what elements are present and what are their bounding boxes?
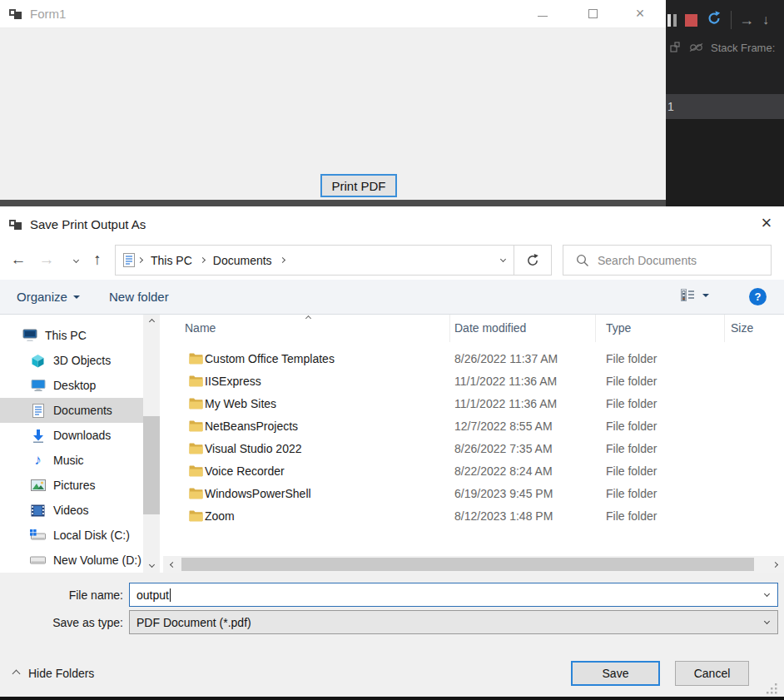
print-pdf-button[interactable]: Print PDF [320,174,397,197]
file-row[interactable]: WindowsPowerShell 6/19/2023 9:45 PM File… [163,483,784,505]
file-name-value: output [136,588,169,602]
local-disk-icon [30,528,46,543]
refresh-button[interactable] [514,245,552,276]
file-name-dropdown-icon[interactable] [764,591,770,597]
hide-folders-button[interactable]: Hide Folders [13,664,94,683]
file-type: File folder [606,487,657,500]
scrollbar-thumb[interactable] [181,558,754,571]
file-name: My Web Sites [205,397,276,410]
folder-icon [189,443,203,458]
close-icon: × [636,5,645,22]
folder-icon [189,420,203,435]
new-folder-label: New folder [109,290,169,304]
help-button[interactable]: ? [749,288,767,305]
column-header-size[interactable]: Size [731,321,753,335]
file-row[interactable]: Custom Office Templates 8/26/2022 11:37 … [163,348,784,370]
back-button[interactable]: ← [7,249,29,271]
search-input[interactable] [598,254,771,267]
sidebar-item-downloads[interactable]: Downloads [0,423,143,448]
breadcrumb-chevron-icon [200,257,206,263]
scroll-down-button[interactable] [143,558,160,572]
resize-grip[interactable] [766,683,778,695]
recent-locations-button[interactable] [65,249,87,271]
scroll-left-button[interactable] [165,556,180,573]
sidebar-item-new-volume-d[interactable]: New Volume (D:) [0,548,143,573]
screen: Form1 × Print PDF → ↓ [0,0,784,700]
vs-dropdown-row[interactable]: 1 [666,94,784,119]
file-name-input[interactable]: output [129,583,778,607]
sidebar-item-3d-objects[interactable]: 3D Objects [0,348,143,373]
save-dialog: Save Print Output As × ← → ↑ This PC Doc [0,206,784,700]
folder-icon [189,353,203,368]
breadcrumb-item-documents[interactable]: Documents [208,254,277,267]
scrollbar-thumb[interactable] [143,416,160,514]
file-rows: Custom Office Templates 8/26/2022 11:37 … [163,348,784,528]
new-folder-button[interactable]: New folder [109,280,169,314]
dialog-close-button[interactable]: × [752,206,782,240]
file-date: 8/12/2023 1:48 PM [454,509,553,523]
sidebar-item-label: Music [53,454,84,467]
stop-debugging-icon[interactable] [685,14,697,27]
pause-icon[interactable] [667,14,677,27]
step-into-icon[interactable]: ↓ [762,13,769,27]
cancel-button[interactable]: Cancel [675,661,749,686]
restart-icon[interactable] [706,10,722,30]
forward-button[interactable]: → [36,249,57,271]
column-header-name[interactable]: Name [185,321,216,335]
column-header-type[interactable]: Type [606,321,631,335]
breadcrumb[interactable]: This PC Documents [115,245,514,276]
address-dropdown-icon[interactable] [500,256,506,262]
change-view-button[interactable] [681,289,709,301]
desktop-icon [30,378,46,393]
organize-button[interactable]: Organize [17,280,80,314]
forward-icon: → [39,251,55,269]
sidebar-scrollbar[interactable] [143,315,160,573]
maximize-button[interactable] [580,0,605,27]
file-name: Zoom [205,509,235,523]
column-separator [449,315,450,342]
show-next-statement-icon[interactable]: → [739,12,754,27]
save-as-type-dropdown-icon[interactable] [764,618,770,624]
chevron-up-icon [148,319,154,325]
breadcrumb-item-this-pc[interactable]: This PC [146,254,197,267]
dialog-title: Save Print Output As [30,217,146,231]
up-button[interactable]: ↑ [87,249,108,271]
file-row[interactable]: Voice Recorder 8/22/2022 8:24 AM File fo… [163,460,784,483]
sidebar-item-videos[interactable]: Videos [0,498,143,523]
save-button[interactable]: Save [571,661,660,686]
file-row[interactable]: NetBeansProjects 12/7/2022 8:55 AM File … [163,415,784,438]
vs-panel-body [666,119,784,206]
file-name: IISExpress [205,375,261,388]
vs-debug-toolbar: → ↓ [666,8,784,32]
scroll-up-button[interactable] [143,315,160,329]
file-row[interactable]: IISExpress 11/1/2022 11:36 AM File folde… [163,370,784,393]
videos-icon [30,503,46,518]
file-date: 8/22/2022 8:24 AM [454,464,553,478]
file-row[interactable]: Visual Studio 2022 8/26/2022 7:35 AM Fil… [163,438,784,460]
scroll-right-button[interactable] [767,556,782,573]
file-type: File folder [606,420,657,433]
horizontal-scrollbar[interactable] [163,556,784,573]
file-name: Visual Studio 2022 [205,442,302,455]
sidebar-item-desktop[interactable]: Desktop [0,373,143,398]
dialog-titlebar: Save Print Output As [0,206,784,241]
vs-dropdown-text: 1 [667,100,674,113]
minimize-button[interactable] [530,0,555,27]
file-name: Voice Recorder [205,464,285,478]
chevron-down-icon [148,562,154,568]
sidebar-item-pictures[interactable]: Pictures [0,473,143,498]
pictures-icon [30,478,46,493]
file-row[interactable]: Zoom 8/12/2023 1:48 PM File folder [163,505,784,528]
documents-icon [30,403,46,418]
file-row[interactable]: My Web Sites 11/1/2022 11:36 AM File fol… [163,393,784,415]
sidebar-item-this-pc[interactable]: This PC [0,323,143,348]
threads-icon [689,42,704,52]
save-as-type-select[interactable]: PDF Document (*.pdf) [129,610,778,634]
sidebar-item-documents[interactable]: Documents [0,398,143,423]
close-button[interactable]: × [628,0,653,27]
sidebar-item-music[interactable]: ♪ Music [0,448,143,473]
column-header-date-modified[interactable]: Date modified [454,321,526,335]
file-type: File folder [606,464,657,478]
breadcrumb-chevron-icon [137,257,143,263]
sidebar-item-local-disk-c[interactable]: Local Disk (C:) [0,523,143,548]
